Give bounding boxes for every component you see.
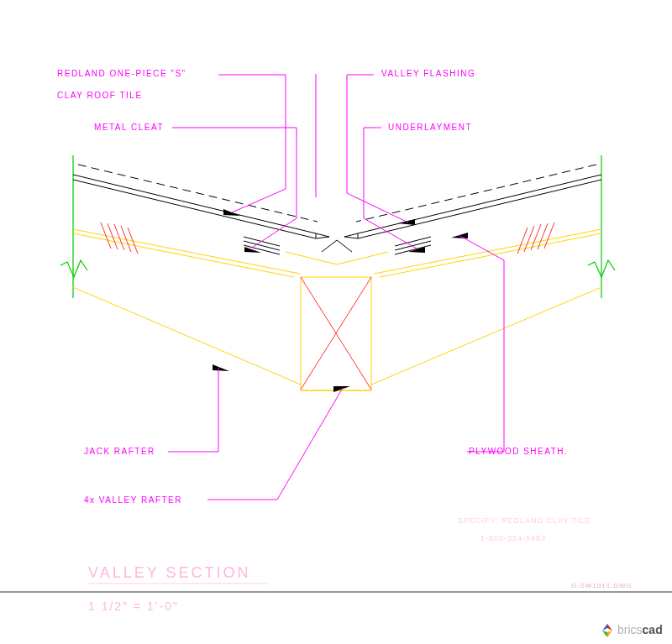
svg-line-22 [395,241,431,250]
label-valley-rafter: 4x VALLEY RAFTER [84,495,182,505]
bricscad-logo-icon [601,624,614,641]
svg-marker-49 [607,631,612,637]
svg-line-2 [73,287,301,385]
svg-line-8 [286,252,337,264]
label-metal-cleat: METAL CLEAT [94,123,164,132]
svg-marker-27 [408,247,425,253]
svg-line-16 [78,165,318,222]
spec-line-1: SPECIFY: REDLAND CLAY TILE [458,516,591,525]
svg-line-14 [358,175,601,233]
file-name: D-SW1011.DWG [571,582,633,589]
svg-line-3 [371,287,601,385]
spec-line-2: 1-800-354-5983 [480,534,546,542]
svg-marker-29 [213,364,229,371]
svg-line-42 [517,228,528,254]
svg-marker-46 [607,624,612,631]
label-plywood-sheath: PLYWOOD SHEATH. [469,447,568,456]
svg-line-15 [358,180,601,238]
drawing-title: VALLEY SECTION [88,564,250,582]
svg-line-5 [73,233,294,277]
svg-line-39 [538,223,548,249]
svg-line-4 [73,229,300,274]
svg-marker-48 [602,631,607,637]
svg-line-33 [101,223,111,249]
label-valley-flashing: VALLEY FLASHING [381,69,475,78]
label-redland-tile-1: REDLAND ONE-PIECE "S" [57,69,186,78]
svg-line-9 [337,252,388,264]
svg-line-38 [544,223,554,249]
svg-marker-47 [602,624,607,631]
svg-line-12 [73,175,316,233]
label-underlayment: UNDERLAYMENT [388,123,472,132]
label-redland-tile-2: CLAY ROOF TILE [57,91,143,100]
label-jack-rafter: JACK RAFTER [84,447,155,456]
svg-line-21 [395,237,431,246]
drawing-scale: 1 1/2" = 1'-0" [88,599,179,613]
svg-line-7 [380,233,601,277]
bricscad-logo-text: bricscad [617,623,663,636]
svg-line-17 [356,165,596,222]
